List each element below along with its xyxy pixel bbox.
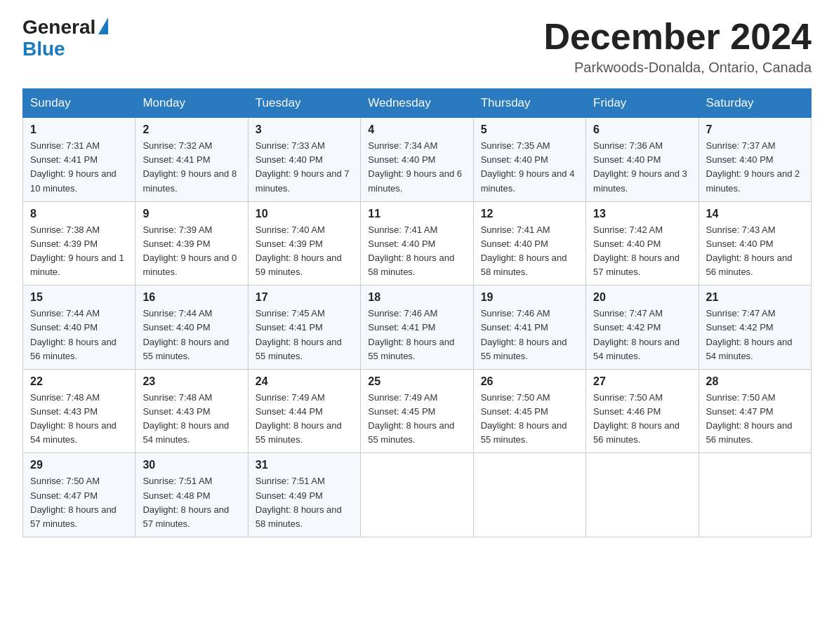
day-number: 20 [593, 291, 691, 304]
day-info: Sunrise: 7:51 AMSunset: 4:48 PMDaylight:… [143, 474, 240, 531]
logo: General Blue [22, 17, 108, 60]
day-number: 18 [368, 291, 465, 304]
calendar-day-cell: 3Sunrise: 7:33 AMSunset: 4:40 PMDaylight… [248, 118, 360, 202]
calendar-day-cell: 18Sunrise: 7:46 AMSunset: 4:41 PMDayligh… [361, 286, 473, 370]
calendar-day-cell: 4Sunrise: 7:34 AMSunset: 4:40 PMDaylight… [361, 118, 473, 202]
day-info: Sunrise: 7:49 AMSunset: 4:45 PMDaylight:… [368, 391, 465, 448]
calendar-day-cell: 22Sunrise: 7:48 AMSunset: 4:43 PMDayligh… [23, 369, 135, 453]
day-number: 30 [143, 459, 240, 471]
day-info: Sunrise: 7:41 AMSunset: 4:40 PMDaylight:… [368, 223, 465, 280]
day-info: Sunrise: 7:50 AMSunset: 4:46 PMDaylight:… [593, 391, 691, 448]
title-area: December 2024 Parkwoods-Donalda, Ontario… [543, 17, 812, 76]
day-number: 7 [706, 123, 804, 136]
day-number: 26 [481, 375, 578, 388]
calendar-day-cell: 8Sunrise: 7:38 AMSunset: 4:39 PMDaylight… [23, 201, 135, 286]
day-info: Sunrise: 7:45 AMSunset: 4:41 PMDaylight:… [256, 307, 353, 363]
location-text: Parkwoods-Donalda, Ontario, Canada [543, 60, 812, 76]
day-info: Sunrise: 7:34 AMSunset: 4:40 PMDaylight:… [368, 139, 465, 196]
day-number: 27 [593, 375, 691, 388]
calendar-day-cell: 25Sunrise: 7:49 AMSunset: 4:45 PMDayligh… [361, 369, 473, 453]
calendar-day-cell: 17Sunrise: 7:45 AMSunset: 4:41 PMDayligh… [248, 286, 360, 370]
day-number: 15 [30, 291, 128, 304]
day-info: Sunrise: 7:40 AMSunset: 4:39 PMDaylight:… [256, 223, 353, 280]
day-info: Sunrise: 7:41 AMSunset: 4:40 PMDaylight:… [481, 223, 578, 280]
calendar-day-cell: 26Sunrise: 7:50 AMSunset: 4:45 PMDayligh… [473, 369, 585, 453]
calendar-day-cell: 14Sunrise: 7:43 AMSunset: 4:40 PMDayligh… [699, 201, 811, 286]
day-number: 12 [481, 208, 578, 220]
calendar-day-cell: 12Sunrise: 7:41 AMSunset: 4:40 PMDayligh… [473, 201, 585, 286]
day-info: Sunrise: 7:47 AMSunset: 4:42 PMDaylight:… [706, 307, 804, 363]
page-header: General Blue December 2024 Parkwoods-Don… [22, 17, 812, 76]
calendar-day-cell: 28Sunrise: 7:50 AMSunset: 4:47 PMDayligh… [699, 369, 811, 453]
day-number: 8 [30, 208, 128, 220]
calendar-week-row: 1Sunrise: 7:31 AMSunset: 4:41 PMDaylight… [23, 118, 812, 202]
calendar-week-row: 15Sunrise: 7:44 AMSunset: 4:40 PMDayligh… [23, 286, 812, 370]
calendar-day-cell: 7Sunrise: 7:37 AMSunset: 4:40 PMDaylight… [699, 118, 811, 202]
day-info: Sunrise: 7:33 AMSunset: 4:40 PMDaylight:… [256, 139, 353, 196]
day-info: Sunrise: 7:49 AMSunset: 4:44 PMDaylight:… [256, 391, 353, 448]
day-info: Sunrise: 7:37 AMSunset: 4:40 PMDaylight:… [706, 139, 804, 196]
day-number: 21 [706, 291, 804, 304]
day-info: Sunrise: 7:51 AMSunset: 4:49 PMDaylight:… [256, 474, 353, 531]
day-of-week-header: Thursday [473, 89, 585, 118]
calendar-day-cell: 5Sunrise: 7:35 AMSunset: 4:40 PMDaylight… [473, 118, 585, 202]
day-info: Sunrise: 7:50 AMSunset: 4:47 PMDaylight:… [30, 474, 128, 531]
day-info: Sunrise: 7:42 AMSunset: 4:40 PMDaylight:… [593, 223, 691, 280]
day-info: Sunrise: 7:50 AMSunset: 4:45 PMDaylight:… [481, 391, 578, 448]
day-number: 16 [143, 291, 240, 304]
day-info: Sunrise: 7:36 AMSunset: 4:40 PMDaylight:… [593, 139, 691, 196]
day-info: Sunrise: 7:48 AMSunset: 4:43 PMDaylight:… [143, 391, 240, 448]
day-number: 5 [481, 123, 578, 136]
day-info: Sunrise: 7:47 AMSunset: 4:42 PMDaylight:… [593, 307, 691, 363]
calendar-day-cell: 16Sunrise: 7:44 AMSunset: 4:40 PMDayligh… [135, 286, 248, 370]
day-number: 10 [256, 208, 353, 220]
calendar-day-cell [699, 453, 811, 537]
day-number: 25 [368, 375, 465, 388]
calendar-day-cell [586, 453, 699, 537]
logo-triangle-icon [98, 18, 108, 34]
day-number: 24 [256, 375, 353, 388]
calendar-day-cell: 11Sunrise: 7:41 AMSunset: 4:40 PMDayligh… [361, 201, 473, 286]
day-info: Sunrise: 7:44 AMSunset: 4:40 PMDaylight:… [143, 307, 240, 363]
day-of-week-header: Saturday [699, 89, 811, 118]
day-info: Sunrise: 7:44 AMSunset: 4:40 PMDaylight:… [30, 307, 128, 363]
day-number: 13 [593, 208, 691, 220]
day-number: 9 [143, 208, 240, 220]
calendar-day-cell: 21Sunrise: 7:47 AMSunset: 4:42 PMDayligh… [699, 286, 811, 370]
calendar-day-cell: 20Sunrise: 7:47 AMSunset: 4:42 PMDayligh… [586, 286, 699, 370]
calendar-day-cell: 27Sunrise: 7:50 AMSunset: 4:46 PMDayligh… [586, 369, 699, 453]
day-info: Sunrise: 7:39 AMSunset: 4:39 PMDaylight:… [143, 223, 240, 280]
day-number: 17 [256, 291, 353, 304]
day-info: Sunrise: 7:38 AMSunset: 4:39 PMDaylight:… [30, 223, 128, 280]
logo-general-text: General [22, 17, 95, 39]
calendar-day-cell: 15Sunrise: 7:44 AMSunset: 4:40 PMDayligh… [23, 286, 135, 370]
day-number: 1 [30, 123, 128, 136]
day-info: Sunrise: 7:43 AMSunset: 4:40 PMDaylight:… [706, 223, 804, 280]
day-number: 28 [706, 375, 804, 388]
calendar-day-cell: 13Sunrise: 7:42 AMSunset: 4:40 PMDayligh… [586, 201, 699, 286]
calendar-day-cell [361, 453, 473, 537]
day-of-week-header: Sunday [23, 89, 135, 118]
calendar-day-cell: 6Sunrise: 7:36 AMSunset: 4:40 PMDaylight… [586, 118, 699, 202]
calendar-table: SundayMondayTuesdayWednesdayThursdayFrid… [22, 88, 812, 537]
day-number: 29 [30, 459, 128, 471]
day-info: Sunrise: 7:46 AMSunset: 4:41 PMDaylight:… [481, 307, 578, 363]
calendar-day-cell: 9Sunrise: 7:39 AMSunset: 4:39 PMDaylight… [135, 201, 248, 286]
calendar-day-cell: 30Sunrise: 7:51 AMSunset: 4:48 PMDayligh… [135, 453, 248, 537]
calendar-day-cell: 29Sunrise: 7:50 AMSunset: 4:47 PMDayligh… [23, 453, 135, 537]
day-number: 14 [706, 208, 804, 220]
day-number: 4 [368, 123, 465, 136]
logo-blue-text: Blue [22, 38, 65, 60]
calendar-day-cell: 10Sunrise: 7:40 AMSunset: 4:39 PMDayligh… [248, 201, 360, 286]
calendar-week-row: 22Sunrise: 7:48 AMSunset: 4:43 PMDayligh… [23, 369, 812, 453]
calendar-day-cell: 23Sunrise: 7:48 AMSunset: 4:43 PMDayligh… [135, 369, 248, 453]
day-of-week-header: Wednesday [361, 89, 473, 118]
day-info: Sunrise: 7:31 AMSunset: 4:41 PMDaylight:… [30, 139, 128, 196]
calendar-day-cell [473, 453, 585, 537]
calendar-day-cell: 24Sunrise: 7:49 AMSunset: 4:44 PMDayligh… [248, 369, 360, 453]
day-of-week-header: Friday [586, 89, 699, 118]
days-header-row: SundayMondayTuesdayWednesdayThursdayFrid… [23, 89, 812, 118]
day-info: Sunrise: 7:46 AMSunset: 4:41 PMDaylight:… [368, 307, 465, 363]
calendar-day-cell: 2Sunrise: 7:32 AMSunset: 4:41 PMDaylight… [135, 118, 248, 202]
day-number: 31 [256, 459, 353, 471]
